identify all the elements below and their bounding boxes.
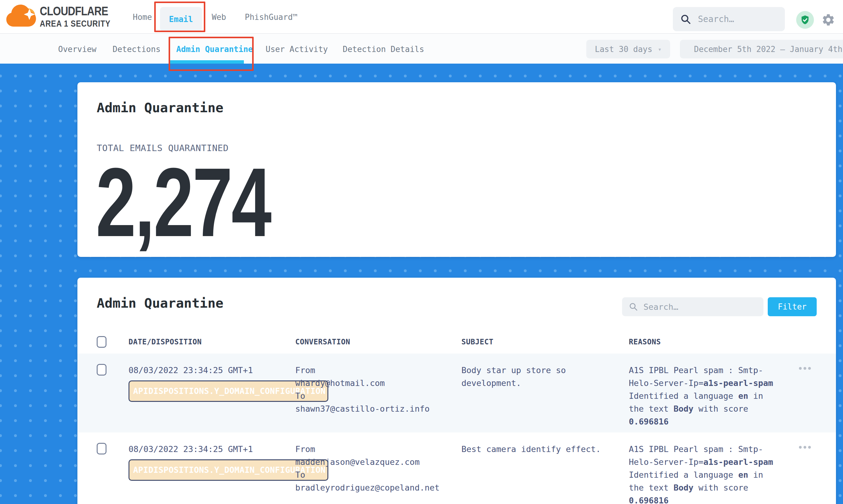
from-address: whardy@hotmail.com	[295, 377, 461, 390]
chevron-down-icon: ▾	[658, 46, 662, 53]
to-label: To	[295, 390, 461, 402]
ellipsis-icon	[799, 367, 811, 432]
from-address: maddenjason@velazquez.com	[295, 456, 461, 469]
filter-button[interactable]: Filter	[768, 297, 817, 316]
date-range-display[interactable]: December 5th 2022 — January 4th 2023	[680, 40, 843, 58]
tab-admin-quarantine[interactable]: Admin Quarantine	[176, 35, 253, 64]
table-row[interactable]: 08/03/2022 23:34:25 GMT+1 From whardy@ho…	[77, 354, 836, 432]
stats-card: Admin Quarantine TOTAL EMAILS QUARANTINE…	[77, 82, 836, 257]
to-address: bradleyrodriguez@copeland.net	[295, 481, 461, 494]
table-search[interactable]	[622, 297, 763, 316]
tab-detection-details[interactable]: Detection Details	[343, 35, 424, 64]
cell-subject: Body star up store so development.	[461, 354, 629, 432]
column-header-reasons: REASONS	[629, 338, 791, 346]
active-tab-underline	[169, 60, 244, 64]
tab-overview[interactable]: Overview	[58, 35, 96, 64]
table-header-row: DATE/DISPOSITION CONVERSATION SUBJECT RE…	[77, 330, 836, 354]
brand-name: CLOUDFLARE	[40, 4, 110, 18]
global-search[interactable]	[673, 7, 785, 31]
cell-reasons: A1S IPBL Pearl spam : Smtp-Helo-Server-I…	[629, 354, 791, 432]
row-actions-button[interactable]	[791, 354, 836, 432]
dotted-background: Admin Quarantine TOTAL EMAILS QUARANTINE…	[0, 64, 843, 504]
cloudflare-logo: CLOUDFLARE AREA 1 SECURITY	[5, 2, 124, 31]
column-header-subject: SUBJECT	[461, 338, 629, 346]
section-tabs: Overview Detections Admin Quarantine Use…	[0, 35, 843, 64]
search-icon	[680, 14, 691, 25]
security-status-button[interactable]	[796, 11, 814, 29]
select-all-checkbox[interactable]	[97, 336, 106, 348]
date-range-selector-label: Last 30 days	[595, 44, 652, 54]
cloudflare-cloud-icon	[5, 2, 37, 31]
cell-subject: Best camera identify effect.	[461, 432, 629, 504]
row-checkbox[interactable]	[97, 364, 106, 376]
row-actions-button[interactable]	[791, 432, 836, 504]
nav-item-web[interactable]: Web	[212, 0, 226, 34]
nav-item-phishguard[interactable]: PhishGuard™	[245, 0, 297, 34]
table-card-title: Admin Quarantine	[97, 295, 223, 311]
gear-icon[interactable]	[821, 13, 835, 27]
top-nav: CLOUDFLARE AREA 1 SECURITY Home Email We…	[0, 0, 843, 34]
quarantine-table-card: Admin Quarantine Filter DATE/DISPOSITION…	[77, 278, 836, 504]
cell-reasons: A1S IPBL Pearl spam : Smtp-Helo-Server-I…	[629, 432, 791, 504]
tab-user-activity[interactable]: User Activity	[266, 35, 328, 64]
column-header-conversation: CONVERSATION	[295, 338, 461, 346]
ellipsis-icon	[799, 446, 811, 504]
date-range-selector[interactable]: Last 30 days ▾	[586, 40, 670, 58]
shield-check-icon	[800, 15, 810, 25]
from-label: From	[295, 364, 461, 377]
to-address: shawn37@castillo-ortiz.info	[295, 402, 461, 415]
nav-item-home[interactable]: Home	[133, 0, 152, 34]
brand-subtitle: AREA 1 SECURITY	[40, 19, 110, 29]
search-icon	[629, 302, 638, 311]
date-range-text: December 5th 2022 — January 4th 2023	[694, 44, 843, 54]
cell-conversation: From whardy@hotmail.com To shawn37@casti…	[295, 354, 461, 432]
column-header-date: DATE/DISPOSITION	[128, 338, 295, 346]
nav-item-email[interactable]: Email	[160, 7, 202, 31]
global-search-input[interactable]	[698, 14, 771, 24]
table-search-input[interactable]	[644, 302, 744, 312]
stats-card-title: Admin Quarantine	[97, 100, 223, 115]
app-screen: CLOUDFLARE AREA 1 SECURITY Home Email We…	[0, 0, 843, 504]
tab-detections[interactable]: Detections	[112, 35, 161, 64]
cell-conversation: From maddenjason@velazquez.com To bradle…	[295, 432, 461, 504]
from-label: From	[295, 443, 461, 456]
table-row[interactable]: 08/03/2022 23:34:25 GMT+1 From maddenjas…	[77, 432, 836, 504]
to-label: To	[295, 469, 461, 481]
table-body: 08/03/2022 23:34:25 GMT+1 From whardy@ho…	[77, 354, 836, 504]
stat-value: 2,274	[96, 153, 270, 251]
row-checkbox[interactable]	[97, 443, 106, 454]
